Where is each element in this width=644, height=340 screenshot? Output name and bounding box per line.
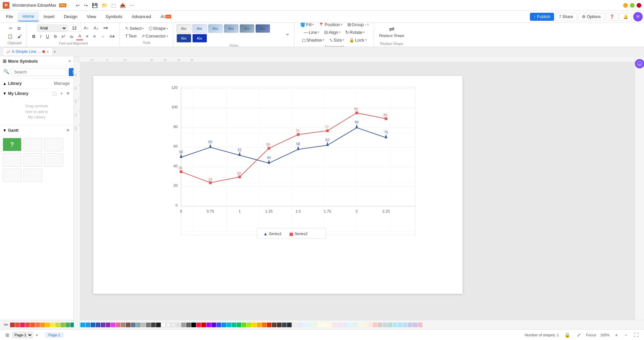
color-swatch[interactable] — [337, 323, 342, 327]
color-swatch[interactable] — [146, 323, 151, 327]
color-swatch[interactable] — [373, 323, 377, 327]
library-header[interactable]: ▲ Library Manage — [0, 78, 73, 88]
color-swatch[interactable] — [357, 323, 362, 327]
color-swatch[interactable] — [30, 323, 35, 327]
color-swatch[interactable] — [287, 323, 292, 327]
color-swatch[interactable] — [342, 323, 347, 327]
gantt-item-4[interactable] — [23, 153, 42, 167]
align-tool-btn[interactable]: ⊟ Align — [322, 29, 343, 36]
collapse-panel-btn[interactable]: « — [68, 59, 71, 63]
format-painter-btn[interactable]: 🖌 — [15, 33, 24, 40]
menu-file[interactable]: File — [1, 12, 18, 21]
style-btn-8[interactable]: Abc — [192, 34, 207, 43]
color-swatch[interactable] — [332, 323, 337, 327]
position-btn[interactable]: 📍 Position — [316, 23, 344, 28]
superscript-btn[interactable]: x² — [59, 33, 67, 40]
gantt-header[interactable]: ▼ Gantt ✕ — [0, 125, 73, 135]
color-swatch[interactable] — [317, 323, 322, 327]
color-swatch[interactable] — [378, 323, 382, 327]
color-swatch[interactable] — [227, 323, 231, 327]
my-library-add-btn[interactable]: + — [59, 91, 64, 96]
cut-btn[interactable]: ✂ — [7, 25, 15, 32]
my-library-expand-btn[interactable]: ⬚ — [52, 91, 58, 96]
color-swatch[interactable] — [191, 323, 196, 327]
gantt-item-5[interactable] — [44, 153, 63, 167]
color-swatch[interactable] — [398, 323, 402, 327]
share-titlebar-btn[interactable]: 📤 — [118, 2, 127, 9]
copy-btn[interactable]: ⧉ — [15, 25, 22, 32]
rotate-btn[interactable]: ↻ Rotate — [343, 29, 367, 36]
color-swatch[interactable] — [176, 323, 181, 327]
lock-canvas-btn[interactable]: 🔒 — [563, 332, 572, 338]
subscript-btn[interactable]: x₂ — [68, 33, 76, 40]
color-swatch[interactable] — [45, 323, 50, 327]
line-btn[interactable]: — Line — [302, 29, 321, 36]
style-btn-7[interactable]: Abc — [177, 34, 191, 43]
right-panel-avatar[interactable]: AI — [635, 59, 644, 68]
color-swatch[interactable] — [101, 323, 105, 327]
color-swatch[interactable] — [141, 323, 146, 327]
fill-btn[interactable]: 🪣 Fill — [298, 23, 316, 28]
color-swatch[interactable] — [322, 323, 327, 327]
color-swatch[interactable] — [237, 323, 241, 327]
size-btn[interactable]: ⤡ Size — [327, 37, 346, 44]
fullscreen-btn[interactable]: ⛶ — [633, 332, 640, 338]
gantt-item-6[interactable] — [3, 169, 21, 182]
color-swatch[interactable] — [302, 323, 307, 327]
color-swatch[interactable] — [81, 323, 85, 327]
gantt-item-1[interactable] — [23, 138, 42, 151]
color-swatch[interactable] — [25, 323, 30, 327]
gantt-close-btn[interactable]: ✕ — [65, 127, 71, 133]
style-btn-3[interactable]: Abc — [208, 24, 223, 33]
style-btn-2[interactable]: Abc — [192, 24, 207, 33]
strikethrough-btn[interactable]: S — [52, 33, 59, 40]
color-swatch[interactable] — [413, 323, 417, 327]
font-family-select[interactable]: Arial — [37, 24, 67, 32]
current-page-tab[interactable]: Page-1 — [45, 332, 63, 338]
indent-btn[interactable]: → — [98, 33, 107, 40]
color-swatch[interactable] — [65, 323, 70, 327]
redo-btn[interactable]: ↪ — [83, 2, 89, 9]
numbered-btn[interactable]: ≡ — [91, 33, 98, 40]
share-btn[interactable]: ⤴ Share — [555, 13, 577, 21]
increase-font-btn[interactable]: A↑ — [82, 24, 91, 32]
color-swatch[interactable] — [408, 323, 412, 327]
bold-btn[interactable]: B — [30, 33, 37, 40]
lock-btn[interactable]: 🔒 Lock — [347, 37, 368, 44]
color-swatch[interactable] — [352, 323, 357, 327]
color-swatch[interactable] — [40, 323, 45, 327]
style-btn-4[interactable]: Abc — [224, 24, 239, 33]
color-swatch[interactable] — [156, 323, 161, 327]
chart-container[interactable]: 120 100 80 60 40 20 0 — [160, 82, 422, 257]
my-library-close-btn[interactable]: ✕ — [65, 91, 71, 96]
publish-btn[interactable]: ↑ Publish — [530, 13, 554, 21]
color-swatch[interactable] — [367, 323, 372, 327]
color-swatch[interactable] — [121, 323, 126, 327]
style-btn-1[interactable]: Abc — [177, 24, 191, 33]
symbol-search-input[interactable] — [11, 68, 67, 76]
highlight-btn[interactable]: A▾ — [107, 33, 117, 40]
color-swatch[interactable] — [166, 323, 171, 327]
color-swatch[interactable] — [201, 323, 206, 327]
color-swatch[interactable] — [10, 323, 15, 327]
color-swatch[interactable] — [252, 323, 256, 327]
color-swatch[interactable] — [362, 323, 367, 327]
align-btn[interactable]: ≡▾ — [101, 24, 110, 32]
menu-ai[interactable]: AI hot — [156, 12, 176, 21]
library-manage-btn[interactable]: Manage — [53, 80, 71, 86]
help-btn[interactable]: ❓ — [606, 13, 618, 21]
select-tool-btn[interactable]: ↖ Select — [123, 25, 146, 32]
canvas-area[interactable]: 120 100 80 60 40 20 0 — [80, 62, 635, 320]
color-swatch[interactable] — [297, 323, 302, 327]
color-swatch[interactable] — [206, 323, 211, 327]
color-swatch[interactable] — [131, 323, 136, 327]
color-swatch[interactable] — [282, 323, 287, 327]
options-btn[interactable]: ⚙ Options — [578, 13, 604, 21]
save-btn[interactable]: 💾 — [91, 2, 99, 9]
color-swatch[interactable] — [257, 323, 261, 327]
style-btn-6[interactable]: Abc — [255, 24, 270, 33]
color-swatch[interactable] — [136, 323, 141, 327]
undo-btn[interactable]: ↩ — [75, 2, 81, 9]
menu-home[interactable]: Home — [18, 12, 39, 21]
color-swatch[interactable] — [347, 323, 352, 327]
